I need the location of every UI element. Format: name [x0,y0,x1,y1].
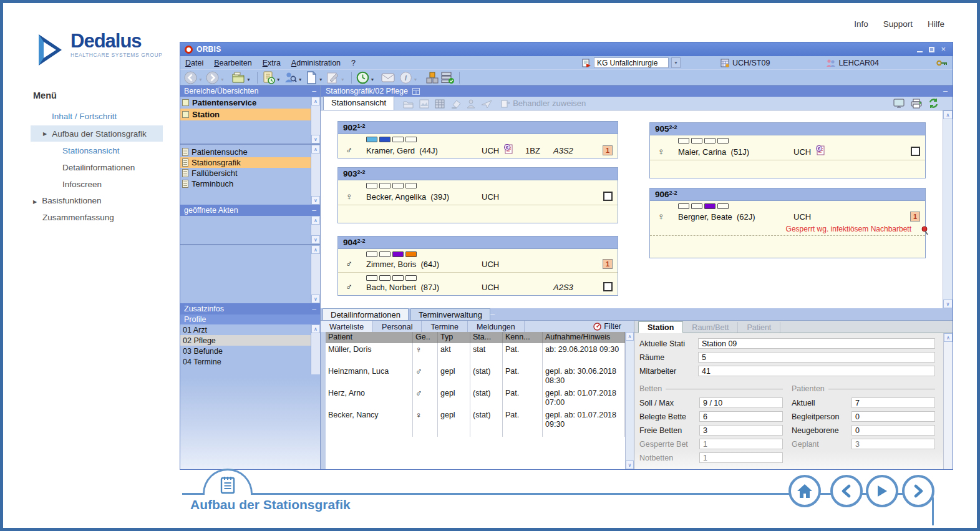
scrollbar[interactable]: ∧ ∨ [311,245,320,303]
cell-aufnahme[interactable]: gepl. ab: 01.07.2018 09:30 [543,409,625,431]
room-card-904[interactable]: 9042-2 ♂ Zimmer, Boris (64J) UCH 1 [337,236,618,296]
scrollbar[interactable]: ∧ [943,333,953,469]
menu-bearbeiten[interactable]: Bearbeiten [214,59,251,67]
cell-aufnahme[interactable]: gepl. ab: 01.07.2018 07:00 [543,387,625,409]
support-link[interactable]: Support [883,19,913,29]
rooms-count-input[interactable]: 5 [698,352,935,363]
chevron-down-icon[interactable]: ▼ [414,77,418,82]
department-select[interactable]: KG Unfallchirurgie ▼ [582,57,681,68]
col-header-aufnahme[interactable]: Aufnahme/Hinweis [543,332,625,343]
nav-stationsansicht[interactable]: Stationsansicht [62,146,120,155]
cell-kennung[interactable]: Pat. [503,365,543,387]
scrollbar[interactable]: ∧ ∨ [311,216,320,244]
assign-practitioner-button[interactable]: Behandler zuweisen [501,99,586,108]
collapse-icon[interactable]: – [312,206,316,215]
table-row[interactable]: Becker, Nancy [326,409,413,431]
cell-gender[interactable]: ♂ [413,365,438,387]
cell-kennung[interactable]: Pat. [503,409,543,431]
scroll-down-icon[interactable]: ∨ [311,295,320,303]
room-card-903[interactable]: 9032-2 ♀ Becker, Angelika (39J) UCH [337,167,618,223]
chevron-down-icon[interactable]: ▼ [341,77,345,82]
profile-01-arzt[interactable]: 01 Arzt [180,324,311,335]
next-button[interactable] [902,475,934,507]
cell-typ[interactable]: gepl [438,365,470,387]
tab-warteliste[interactable]: Warteliste [321,321,373,332]
scroll-up-icon[interactable]: ∧ [311,145,320,153]
monitor-icon[interactable] [893,99,905,108]
menu-datei[interactable]: Datei [185,59,203,67]
nav-inhalt-fortschritt[interactable]: Inhalt / Fortschritt [52,112,117,121]
table-row[interactable]: Herz, Arno [326,387,413,409]
cell-kennung[interactable]: Pat. [503,343,543,365]
nav-zusammenfassung[interactable]: Zusammenfassung [42,213,114,222]
cell-status[interactable]: (stat) [470,365,503,387]
forward-button[interactable] [206,71,219,84]
bed-row[interactable]: ♂ Zimmer, Boris (64J) UCH 1 [338,249,618,272]
info-button[interactable]: i [399,71,412,84]
tab-detailinformationen[interactable]: Detailinformationen [323,308,409,320]
person-icon[interactable] [467,99,475,109]
scroll-down-icon[interactable]: ∨ [626,460,634,469]
open-icon[interactable] [403,99,414,109]
tab-station[interactable]: Station [638,321,683,333]
empty-bed-row[interactable] [650,160,925,178]
bed-row[interactable]: ♀ Maier, Carina (51J) UCH € [650,135,925,160]
scroll-up-icon[interactable]: ∧ [311,324,320,333]
cell-status[interactable]: (stat) [470,409,503,431]
belegte-betten-input[interactable]: 6 [699,411,783,422]
patient-search-button[interactable] [284,71,297,84]
nav-infoscreen[interactable]: Infoscreen [62,180,102,189]
scroll-up-icon[interactable]: ∧ [626,332,634,341]
col-header-kennung[interactable]: Kenn... [503,332,543,343]
scroll-up-icon[interactable]: ∧ [943,110,953,119]
edit-button[interactable] [326,71,339,84]
cell-typ[interactable]: gepl [438,387,470,409]
collapse-icon[interactable]: – [312,87,316,95]
bed-row[interactable]: ♀ Bergner, Beate (62J) UCH 1 [650,201,925,225]
scroll-up-icon[interactable]: ∧ [311,245,320,254]
collapse-icon[interactable]: – [943,87,948,95]
cell-status[interactable]: stat [470,343,503,365]
chevron-down-icon[interactable]: ▼ [220,77,225,82]
printer-icon[interactable] [911,99,922,109]
col-header-gender[interactable]: Ge.. [413,332,438,343]
scrollbar[interactable]: ∧ ∨ [943,110,953,308]
worklist-clock-button[interactable] [262,71,275,84]
cell-kennung[interactable]: Pat. [503,387,543,409]
scroll-down-icon[interactable]: ∨ [943,300,953,308]
send-icon[interactable] [481,100,492,109]
nav-aufbau-stationsgrafik[interactable]: ▶ Aufbau der Stationsgrafik [31,125,163,142]
chevron-down-icon[interactable]: ▼ [198,77,203,82]
refresh-icon[interactable] [928,98,939,109]
nav-basisfunktionen[interactable]: ▶Basisfunktionen [33,196,101,205]
staff-count-input[interactable]: 41 [698,366,935,376]
tab-patient[interactable]: Patient [738,322,780,333]
image-icon[interactable] [419,99,429,109]
scrollbar[interactable]: ∧ ∨ [311,145,320,205]
hilfe-link[interactable]: Hilfe [928,19,944,29]
cell-aufnahme[interactable]: gepl. ab: 30.06.2018 08:30 [543,365,625,387]
section-open-files-header[interactable]: geöffnete Akten– [180,205,320,216]
bed-checkbox[interactable] [603,192,613,201]
tab-raum-bett[interactable]: Raum/Bett [683,322,738,333]
view-terminbuch[interactable]: Terminbuch [180,178,311,189]
scroll-down-icon[interactable]: ∨ [311,135,320,144]
chevron-down-icon[interactable]: ▼ [298,77,303,82]
cell-aufnahme[interactable]: ab: 29.06.2018 09:30 [543,343,625,365]
tab-stationsansicht[interactable]: Stationsansicht [323,96,394,110]
key-icon[interactable] [936,59,948,67]
new-document-button[interactable] [306,71,318,84]
menu-help[interactable]: ? [351,59,356,67]
menu-extra[interactable]: Extra [263,59,281,67]
department-value[interactable]: KG Unfallchirurgie [594,57,669,68]
section-extras-header[interactable]: Zusatzinfos– [180,303,320,314]
tab-personal[interactable]: Personal [373,321,422,332]
view-patientensuche[interactable]: Patientensuche [180,147,311,157]
table-row[interactable]: Heinzmann, Luca [326,365,413,387]
scrollbar[interactable]: ∧ ∨ [625,332,634,469]
chevron-down-icon[interactable]: ▼ [371,77,375,82]
bed-row[interactable]: ♂ Kramer, Gerd (44J) UCH € 1BZ A3S2 1 [338,134,618,158]
col-header-status[interactable]: Sta... [470,332,503,343]
chevron-down-icon[interactable]: ▼ [671,57,681,68]
empty-bed-row[interactable] [650,236,925,258]
